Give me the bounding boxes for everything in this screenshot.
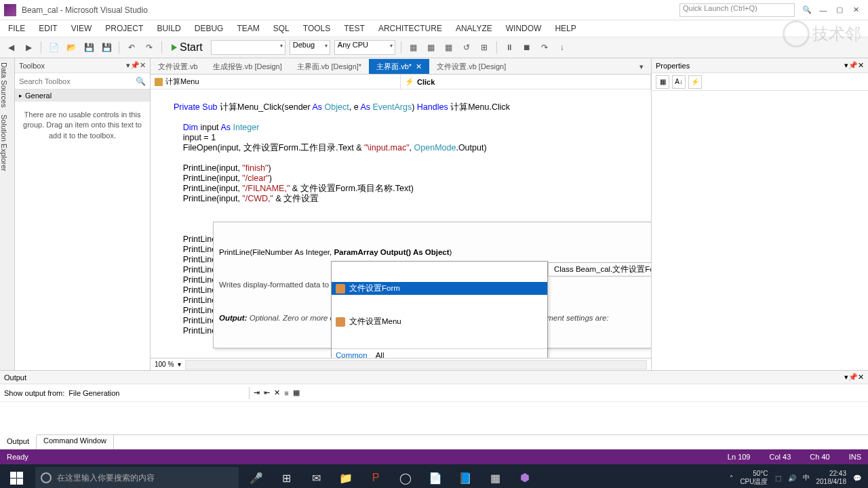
taskview-icon[interactable]: ⊞ (271, 464, 301, 488)
undo-icon[interactable]: ↶ (125, 41, 138, 54)
windows-start-button[interactable] (0, 464, 33, 488)
redo-icon[interactable]: ↷ (142, 41, 156, 54)
tb-icon-1[interactable]: ▦ (407, 41, 420, 54)
platform-combo[interactable]: Any CPU (334, 40, 395, 55)
fwd-icon[interactable]: ▶ (22, 41, 35, 54)
tray-notifications-icon[interactable]: 💬 (853, 474, 861, 482)
out-btn-5[interactable]: ▦ (293, 388, 300, 397)
tb-icon-9[interactable]: ↓ (555, 41, 569, 54)
close-icon[interactable]: ✕ (858, 61, 864, 70)
member-combo-right[interactable]: ⚡Click (401, 75, 651, 89)
menu-project[interactable]: PROJECT (100, 22, 149, 35)
visual-studio-icon[interactable]: ⬢ (510, 464, 540, 488)
app-icon-1[interactable]: ◯ (391, 464, 420, 488)
tab-file-settings-vb[interactable]: 文件设置.vb (151, 59, 205, 74)
output-tab-output[interactable]: Output (0, 434, 37, 449)
app-icon-3[interactable]: 📘 (450, 464, 480, 488)
menu-architecture[interactable]: ARCHITECTURE (373, 22, 448, 35)
tray-up-icon[interactable]: ˄ (730, 474, 733, 482)
prop-alpha-icon[interactable]: A↓ (672, 75, 686, 89)
tray-network-icon[interactable]: ⬚ (775, 474, 781, 482)
tabs-overflow-icon[interactable]: ▾ (632, 59, 651, 74)
tab-main-design[interactable]: 主界面.vb [Design]* (290, 59, 369, 74)
prop-events-icon[interactable]: ⚡ (688, 75, 702, 89)
menu-view[interactable]: VIEW (66, 22, 98, 35)
tab-main-vb[interactable]: 主界面.vb*✕ (369, 59, 429, 74)
tb-icon-7[interactable]: ⏹ (520, 41, 534, 54)
back-icon[interactable]: ◀ (4, 41, 18, 54)
status-ch: Ch 40 (810, 453, 829, 461)
tb-icon-5[interactable]: ⊞ (477, 41, 491, 54)
toolbox-group-general[interactable]: ▸General (15, 89, 150, 102)
menu-analyze[interactable]: ANALYZE (450, 22, 498, 35)
completion-item-menu[interactable]: 文件设置Menu (332, 315, 547, 328)
tray-ime-icon[interactable]: 中 (803, 473, 810, 483)
windows-search-input[interactable]: 在这里输入你要搜索的内容 (35, 467, 239, 488)
tray-volume-icon[interactable]: 🔊 (788, 474, 796, 482)
menu-sql[interactable]: SQL (268, 22, 295, 35)
tb-icon-2[interactable]: ▦ (425, 41, 438, 54)
tray-time[interactable]: 22:43 (829, 470, 846, 478)
search-icon[interactable]: 🔍 (799, 3, 815, 17)
menu-team[interactable]: TEAM (231, 22, 264, 35)
filter-common[interactable]: Common (336, 350, 368, 358)
out-btn-4[interactable]: ≡ (284, 389, 288, 397)
tb-icon-8[interactable]: ↷ (538, 41, 551, 54)
search-icon[interactable]: 🔍 (136, 77, 146, 86)
tab-close-icon[interactable]: ✕ (416, 62, 422, 71)
left-tab-data-sources[interactable]: Data Sources (0, 62, 14, 108)
start-target-combo[interactable] (211, 40, 285, 55)
menu-edit[interactable]: EDIT (33, 22, 62, 35)
menu-test[interactable]: TEST (338, 22, 370, 35)
explorer-icon[interactable]: 📁 (331, 464, 361, 488)
completion-item-form[interactable]: 文件设置Form (332, 282, 547, 295)
status-ln: Ln 109 (728, 453, 751, 461)
menu-tools[interactable]: TOOLS (298, 22, 336, 35)
tb-icon-4[interactable]: ↺ (460, 41, 473, 54)
tb-icon-6[interactable]: ⏸ (502, 41, 516, 54)
code-editor[interactable]: Private Sub 计算Menu_Click(sender As Objec… (151, 89, 651, 358)
zoom-combo[interactable]: 100 % (155, 361, 174, 368)
filter-all[interactable]: All (376, 350, 384, 358)
menu-debug[interactable]: DEBUG (189, 22, 229, 35)
menu-window[interactable]: WINDOW (500, 22, 547, 35)
output-source-combo[interactable]: File Generation (68, 389, 245, 397)
tb-icon-3[interactable]: ▦ (442, 41, 456, 54)
save-icon[interactable]: 💾 (82, 41, 96, 54)
toolbox-search-input[interactable] (19, 77, 136, 85)
horizontal-scrollbar[interactable] (185, 360, 647, 369)
left-tab-solution-explorer[interactable]: Solution Explorer (0, 115, 14, 171)
new-icon[interactable]: 📄 (47, 41, 60, 54)
powerpoint-icon[interactable]: P (361, 464, 391, 488)
output-tab-command[interactable]: Command Window (37, 435, 114, 449)
app-icon-4[interactable]: ▦ (480, 464, 510, 488)
completion-list[interactable]: 文件设置Form 文件设置Menu CommonAll (331, 261, 548, 358)
open-icon[interactable]: 📂 (64, 41, 78, 54)
close-button[interactable]: ✕ (848, 3, 864, 17)
out-btn-3[interactable]: ✕ (274, 388, 280, 397)
maximize-button[interactable]: ▢ (831, 3, 848, 17)
menu-build[interactable]: BUILD (151, 22, 186, 35)
prop-categorized-icon[interactable]: ▦ (656, 75, 669, 89)
close-icon[interactable]: ✕ (858, 373, 864, 382)
minimize-button[interactable]: — (815, 3, 831, 17)
mic-icon[interactable]: 🎤 (241, 464, 271, 488)
close-icon[interactable]: ✕ (140, 61, 146, 70)
member-combo-left[interactable]: 计算Menu (151, 75, 401, 89)
start-button[interactable]: Start (167, 41, 207, 54)
menu-file[interactable]: FILE (3, 22, 31, 35)
config-combo[interactable]: Debug (290, 40, 330, 55)
tab-report-design[interactable]: 生成报告.vb [Design] (205, 59, 290, 74)
out-btn-2[interactable]: ⇤ (264, 388, 270, 397)
quick-launch-input[interactable]: Quick Launch (Ctrl+Q) (679, 3, 795, 17)
pin-icon[interactable]: 📌 (848, 61, 858, 70)
app-icon-2[interactable]: 📄 (420, 464, 450, 488)
tab-file-settings-design[interactable]: 文件设置.vb [Design] (429, 59, 513, 74)
output-body[interactable] (0, 402, 868, 434)
mail-icon[interactable]: ✉ (301, 464, 331, 488)
pin-icon[interactable]: 📌 (848, 373, 858, 382)
out-btn-1[interactable]: ⇥ (254, 388, 260, 397)
menu-help[interactable]: HELP (549, 22, 581, 35)
pin-icon[interactable]: 📌 (130, 61, 140, 70)
saveall-icon[interactable]: 💾 (100, 41, 113, 54)
